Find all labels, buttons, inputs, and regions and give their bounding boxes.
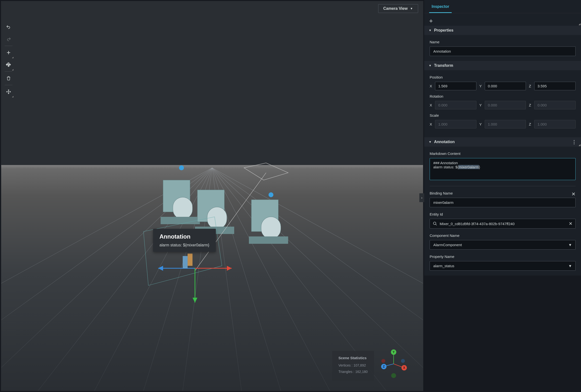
svg-rect-30 [207, 207, 227, 229]
svg-rect-45 [183, 256, 188, 268]
undo-button[interactable] [3, 21, 14, 33]
svg-point-35 [179, 165, 184, 170]
rotation-z-input[interactable] [534, 101, 576, 109]
svg-marker-39 [158, 266, 163, 271]
annotation-overlay: Annotation alarm status: ${mixer0alarm} [153, 229, 216, 252]
svg-rect-28 [161, 217, 200, 224]
section-transform[interactable]: ▼ Transform [424, 61, 581, 70]
redo-button[interactable] [3, 33, 14, 45]
svg-rect-33 [261, 217, 281, 239]
scale-label: Scale [430, 113, 576, 117]
caret-down-icon: ▼ [429, 64, 432, 67]
section-properties-label: Properties [434, 28, 454, 32]
chevron-down-icon: ▼ [568, 243, 572, 247]
svg-point-58 [433, 222, 436, 225]
move-button[interactable] [3, 86, 14, 98]
svg-text:Z: Z [383, 365, 384, 368]
svg-text:Y: Y [393, 350, 394, 354]
section-annotation[interactable]: ▼ Annotation ⋮ [424, 137, 581, 147]
name-label: Name [430, 40, 576, 44]
position-z-input[interactable] [534, 82, 576, 90]
axis-gizmo[interactable]: Y X Z [379, 349, 408, 379]
scene-stats-triangles: Triangles : 162,180 [338, 370, 368, 374]
section-transform-label: Transform [434, 63, 453, 68]
position-y-input[interactable] [485, 82, 526, 90]
viewport-3d[interactable] [1, 1, 423, 391]
svg-text:X: X [403, 366, 405, 370]
clear-entity-button[interactable]: ✕ [569, 221, 572, 226]
svg-rect-34 [249, 236, 288, 244]
rotation-y-input[interactable] [485, 101, 526, 109]
rotation-x-input[interactable] [435, 101, 476, 109]
svg-point-55 [391, 373, 396, 378]
scale-z-input[interactable] [534, 120, 576, 129]
caret-down-icon: ▼ [429, 29, 432, 32]
transform-button[interactable] [3, 59, 14, 71]
mixer-model-2 [195, 190, 234, 234]
svg-point-56 [381, 359, 385, 363]
viewport-toolbar [3, 21, 14, 98]
component-name-select[interactable]: AlarmComponent ▼ [430, 240, 576, 250]
chevron-down-icon: ▼ [568, 264, 572, 268]
translate-gizmo [158, 253, 232, 302]
entity-id-input[interactable]: ✕ [430, 219, 576, 228]
binding-name-input[interactable] [430, 198, 576, 207]
svg-point-57 [401, 359, 405, 363]
panel-collapse-button[interactable]: › [419, 193, 424, 202]
position-label: Position [430, 75, 576, 79]
search-icon [433, 221, 437, 226]
svg-line-59 [436, 224, 437, 225]
binding-name-label: Binding Name [430, 191, 576, 195]
remove-binding-button[interactable]: ✕ [572, 191, 576, 197]
entity-id-field[interactable] [440, 222, 566, 226]
add-button[interactable] [3, 46, 14, 59]
scene-statistics-panel: Scene Statistics Vertices : 107,892 Tria… [332, 351, 374, 381]
scene-stats-vertices: Vertices : 107,892 [338, 363, 368, 367]
scale-y-input[interactable] [485, 120, 526, 129]
section-annotation-label: Annotation [434, 140, 454, 144]
expand-corner-icon [578, 144, 580, 146]
camera-view-label: Camera View [383, 6, 408, 11]
rotation-label: Rotation [430, 94, 576, 98]
name-input[interactable] [430, 46, 576, 56]
component-name-label: Component Name [430, 233, 576, 238]
property-name-select[interactable]: alarm_status ▼ [430, 261, 576, 271]
svg-rect-27 [173, 197, 192, 219]
inspector-panel: Inspector + ▼ Properties Name ▼ Transfor… [424, 0, 581, 276]
svg-rect-44 [188, 253, 192, 266]
annotation-overlay-title: Annotation [160, 233, 210, 240]
scale-x-input[interactable] [435, 120, 476, 129]
delete-button[interactable] [3, 72, 14, 84]
svg-marker-43 [192, 298, 198, 303]
camera-view-button[interactable]: Camera View [378, 4, 418, 13]
property-name-label: Property Name [430, 254, 576, 259]
svg-marker-41 [227, 266, 232, 271]
entity-id-label: Entity Id [430, 212, 576, 216]
markdown-content-label: Markdown Content [430, 152, 576, 156]
scene-stats-title: Scene Statistics [338, 356, 368, 360]
markdown-content-textarea[interactable]: ### Annotationalarm status: ${mixer0alar… [430, 158, 576, 180]
more-icon[interactable]: ⋮ [572, 139, 576, 145]
position-x-input[interactable] [435, 82, 476, 90]
section-properties[interactable]: ▼ Properties [424, 26, 581, 35]
annotation-overlay-status: alarm status: ${mixer0alarm} [160, 243, 210, 247]
add-component-button[interactable]: + [429, 17, 433, 25]
tab-inspector[interactable]: Inspector [429, 0, 452, 13]
svg-line-6 [94, 168, 212, 391]
caret-down-icon: ▼ [429, 140, 432, 144]
svg-point-36 [268, 192, 273, 197]
expand-corner-icon [578, 23, 580, 25]
